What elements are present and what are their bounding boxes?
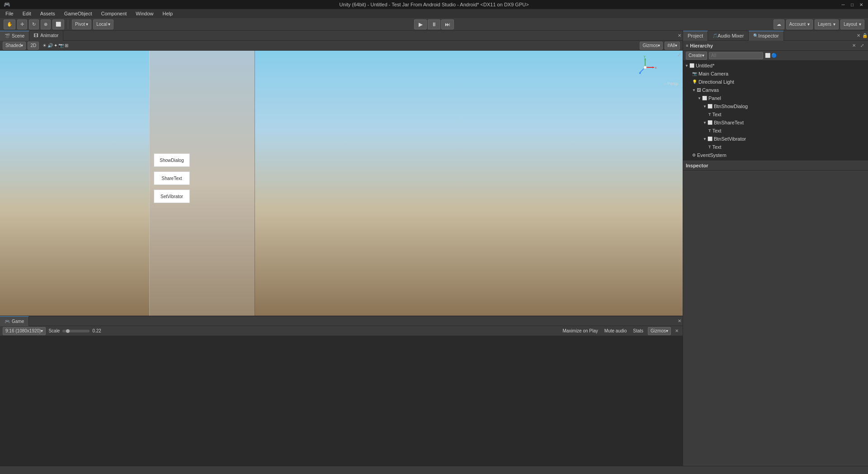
account-dropdown-icon: ▾ xyxy=(807,22,810,27)
all-layers-btn[interactable]: #All▾ xyxy=(665,42,680,50)
tree-item-text-2[interactable]: T Text xyxy=(683,127,868,135)
resolution-label: 9:16 (1080x1920) xyxy=(5,328,41,333)
toolbar: ✋ ✛ ↻ ⊕ ⬜ Pivot ▾ Local ▾ ▶ ⏸ ⏭ ☁ Accoun… xyxy=(0,18,868,31)
layers-dropdown[interactable]: Layers ▾ xyxy=(815,19,839,29)
gizmos-game-btn[interactable]: Gizmos▾ xyxy=(648,327,671,335)
scene-tab[interactable]: 🎬 Scene xyxy=(0,31,29,41)
hierarchy-icon: ≡ xyxy=(686,43,688,48)
label-panel: Panel xyxy=(708,95,721,101)
tree-item-text-1[interactable]: T Text xyxy=(683,110,868,118)
tree-item-btn-set-vibrator[interactable]: ▼ ⬜ BtnSetVibrator xyxy=(683,135,868,143)
game-panel-close-btn[interactable]: ✕ xyxy=(674,328,680,334)
window-title: Unity (64bit) - Untitled - Test Jar From… xyxy=(0,2,868,7)
right-panel-lock-btn[interactable]: 🔒 xyxy=(862,33,868,39)
share-text-btn-scene[interactable]: ShareText xyxy=(154,171,190,185)
right-panel-close-btn[interactable]: ✕ xyxy=(855,33,862,39)
menu-assets[interactable]: Assets xyxy=(38,10,57,17)
label-text-3: Text xyxy=(712,144,722,150)
scene-close-btn[interactable]: ✕ xyxy=(676,33,683,39)
account-dropdown[interactable]: Account ▾ xyxy=(786,19,813,29)
stats-btn[interactable]: Stats xyxy=(631,327,645,334)
hierarchy-create-btn[interactable]: Create▾ xyxy=(686,52,707,60)
layout-label: Layout xyxy=(844,22,857,27)
svg-text:x: x xyxy=(655,66,657,69)
hierarchy-prefab-icon: 🔵 xyxy=(771,53,777,58)
hierarchy-search[interactable] xyxy=(709,52,763,59)
game-tab[interactable]: 🎮 Game xyxy=(0,316,29,326)
scene-background xyxy=(0,51,683,316)
tree-item-main-camera[interactable]: 📷 Main Camera xyxy=(683,70,868,78)
audio-tab-label: Audio Mixer xyxy=(717,33,744,38)
menu-gameobject[interactable]: GameObject xyxy=(62,10,94,17)
tree-item-btn-share-text[interactable]: ▼ ⬜ BtnShareText xyxy=(683,118,868,127)
tree-item-directional-light[interactable]: 💡 Directional Light xyxy=(683,78,868,86)
icon-btn-vibrator: ⬜ xyxy=(708,137,712,141)
icon-text-1: T xyxy=(708,112,711,117)
pivot-label: Pivot xyxy=(75,22,85,27)
hierarchy-title: Hierarchy xyxy=(690,43,713,48)
menu-component[interactable]: Component xyxy=(99,10,128,17)
shading-mode-btn[interactable]: Shaded▾ xyxy=(3,42,26,50)
arrow-btn-share: ▼ xyxy=(703,121,707,125)
rect-tool-btn[interactable]: ⬜ xyxy=(52,19,64,29)
resolution-btn[interactable]: 9:16 (1080x1920)▾ xyxy=(3,327,46,335)
minimize-btn[interactable]: ─ xyxy=(840,1,846,8)
rotate-tool-btn[interactable]: ↻ xyxy=(29,19,39,29)
hand-tool-btn[interactable]: ✋ xyxy=(4,19,15,29)
set-vibrator-btn-scene[interactable]: SetVibrator xyxy=(154,190,190,203)
window-controls[interactable]: ─ □ ✕ xyxy=(840,1,864,8)
tree-item-untitled[interactable]: ▼ ⬜ Untitled* xyxy=(683,62,868,70)
animator-tab[interactable]: 🎞 Animator xyxy=(29,31,63,41)
cloud-btn[interactable]: ☁ xyxy=(774,19,784,29)
scene-tab-label: Scene xyxy=(12,33,24,38)
menu-window[interactable]: Window xyxy=(134,10,155,17)
menu-edit[interactable]: Edit xyxy=(21,10,33,17)
icon-light: 💡 xyxy=(692,80,697,84)
move-tool-btn[interactable]: ✛ xyxy=(17,19,27,29)
scale-slider[interactable] xyxy=(62,330,90,332)
scene-maximize-btn[interactable]: ⤢ xyxy=(677,52,681,57)
hierarchy-close-btn[interactable]: ✕ xyxy=(851,43,857,49)
icon-btn-share: ⬜ xyxy=(708,120,712,125)
game-close-btn[interactable]: ✕ xyxy=(676,318,683,324)
menu-file[interactable]: File xyxy=(4,10,15,17)
maximize-btn[interactable]: □ xyxy=(849,1,855,8)
tree-item-text-3[interactable]: T Text xyxy=(683,143,868,151)
mute-audio-btn[interactable]: Mute audio xyxy=(603,327,628,334)
close-btn[interactable]: ✕ xyxy=(858,1,864,8)
play-button[interactable]: ▶ xyxy=(414,19,427,29)
menu-help[interactable]: Help xyxy=(160,10,175,17)
project-tab[interactable]: Project xyxy=(683,31,708,41)
svg-marker-3 xyxy=(652,66,654,68)
step-button[interactable]: ⏭ xyxy=(441,19,454,29)
game-tabs: 🎮 Game ✕ xyxy=(0,316,683,326)
inspector-tab[interactable]: 🔍 Inspector xyxy=(749,31,783,41)
show-dialog-btn-scene[interactable]: ShowDialog xyxy=(154,153,190,167)
pivot-btn[interactable]: Pivot ▾ xyxy=(72,19,91,29)
2d-btn[interactable]: 2D xyxy=(28,42,39,50)
scale-tool-btn[interactable]: ⊕ xyxy=(41,19,51,29)
inspector-header-label: Inspector xyxy=(686,163,708,168)
tree-item-btn-show-dialog[interactable]: ▼ ⬜ BtnShowDialog xyxy=(683,102,868,110)
local-btn[interactable]: Local ▾ xyxy=(93,19,113,29)
gizmos-btn[interactable]: Gizmos▾ xyxy=(640,42,663,50)
maximize-play-btn[interactable]: Maximize on Play xyxy=(561,327,599,334)
scene-view[interactable]: ShowDialog ShareText SetVibrator xyxy=(0,51,683,316)
scale-label: Scale xyxy=(48,328,60,333)
game-icon: 🎮 xyxy=(5,319,10,324)
scene-icon: 🎬 xyxy=(5,33,10,38)
hierarchy-maximize-btn[interactable]: ⤢ xyxy=(859,43,865,49)
tree-item-panel[interactable]: ▼ ⬜ Panel xyxy=(683,94,868,102)
pivot-dropdown-icon: ▾ xyxy=(86,22,88,27)
audio-mixer-tab[interactable]: 🎵 Audio Mixer xyxy=(708,31,749,41)
label-main-camera: Main Camera xyxy=(698,71,728,76)
label-event-system: EventSystem xyxy=(697,152,726,158)
tree-item-canvas[interactable]: ▼ 🖼 Canvas xyxy=(683,86,868,94)
gizmo-icon: ⊞ xyxy=(65,43,68,48)
pause-button[interactable]: ⏸ xyxy=(428,19,440,29)
layout-dropdown[interactable]: Layout ▾ xyxy=(840,19,864,29)
icon-text-3: T xyxy=(708,145,711,149)
hierarchy-tree: ▼ ⬜ Untitled* 📷 Main Camera 💡 Directiona… xyxy=(683,61,868,160)
tree-item-event-system[interactable]: ⚙ EventSystem xyxy=(683,151,868,159)
label-directional-light: Directional Light xyxy=(698,79,734,85)
